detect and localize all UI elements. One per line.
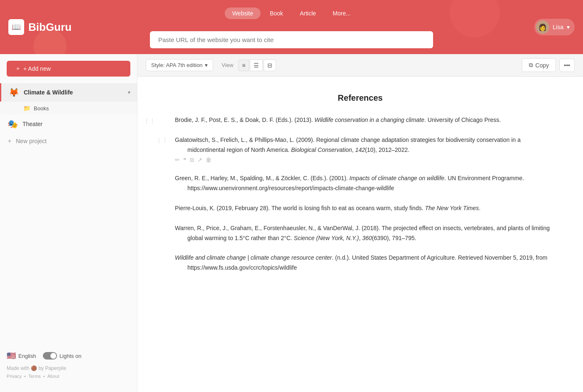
dot-separator-1: • [24, 374, 26, 379]
entry-action-bar: ✏ ❝ ⧉ ↗ 🗑 [175, 156, 558, 164]
reference-entry: Pierre-Louis, K. (2019, February 28). Th… [175, 203, 558, 213]
language-button[interactable]: 🇺🇸 English [7, 351, 36, 360]
sidebar: ＋ + Add new 🦊 Climate & Wildlife ▾ 📁 Boo… [0, 54, 137, 392]
made-with-text: Made with 🟤 by Paperpile [7, 365, 130, 371]
toolbar-right: ⧉ Copy ••• [522, 58, 575, 72]
view-indent-button[interactable]: ☰ [250, 60, 263, 71]
tab-website[interactable]: Website [225, 7, 261, 19]
copy-label: Copy [536, 62, 549, 69]
chevron-down-icon: ▾ [128, 89, 130, 95]
sidebar-item-theater[interactable]: 🎭 Theater [0, 115, 137, 133]
content-area: Style: APA 7th edition ▾ View ≡ ☰ ⊟ ⧉ Co… [137, 54, 583, 392]
logo-text: BibGuru [28, 21, 72, 34]
add-new-button[interactable]: ＋ + Add new [7, 61, 130, 77]
top-nav: Website Book Article More... [225, 7, 359, 19]
new-project-label: New project [16, 138, 47, 144]
new-project-button[interactable]: ＋ New project [0, 133, 137, 149]
privacy-link[interactable]: Privacy [7, 374, 22, 379]
chevron-down-icon: ▾ [567, 24, 570, 30]
logo[interactable]: 📖 BibGuru [8, 19, 72, 35]
user-name: Lisa [553, 24, 563, 30]
lights-on-label: Lights on [60, 353, 82, 359]
about-link[interactable]: About [47, 374, 60, 379]
sidebar-item-climate-wildlife[interactable]: 🦊 Climate & Wildlife ▾ [0, 83, 137, 102]
reference-entry: Wildlife and climate change | climate ch… [175, 253, 558, 273]
plus-icon: ＋ [15, 65, 21, 72]
chevron-down-icon: ▾ [205, 62, 208, 68]
copy-button[interactable]: ⧉ Copy [522, 58, 556, 72]
references-title: References [162, 93, 558, 103]
external-link-icon[interactable]: ↗ [197, 156, 202, 164]
references-panel: References ⋮⋮ Brodie, J. F., Post, E. S.… [137, 77, 583, 392]
reference-entry: Warren, R., Price, J., Graham, E., Forst… [175, 223, 558, 243]
sidebar-footer: 🇺🇸 English Lights on Made with 🟤 by Pape… [0, 345, 137, 385]
toolbar: Style: APA 7th edition ▾ View ≡ ☰ ⊟ ⧉ Co… [137, 54, 583, 77]
drag-handle[interactable]: ⋮⋮ [156, 137, 168, 144]
search-input[interactable] [150, 31, 433, 48]
sidebar-subitem-books[interactable]: 📁 Books [0, 102, 137, 115]
user-menu[interactable]: 👩 Lisa ▾ [534, 19, 575, 35]
language-label: English [18, 353, 36, 359]
avatar: 👩 [536, 20, 549, 34]
more-options-button[interactable]: ••• [559, 59, 575, 72]
style-selector[interactable]: Style: APA 7th edition ▾ [146, 59, 213, 71]
project-emoji-theater: 🎭 [7, 119, 18, 129]
style-label: Style: APA 7th edition [151, 62, 202, 68]
new-project-plus-icon: ＋ [7, 137, 12, 145]
folder-icon: 📁 [23, 105, 30, 112]
tab-more[interactable]: More... [325, 7, 359, 19]
project-name-theater: Theater [22, 121, 130, 127]
main-layout: ＋ + Add new 🦊 Climate & Wildlife ▾ 📁 Boo… [0, 54, 583, 392]
reference-entry: Green, R. E., Harley, M., Spalding, M., … [175, 174, 558, 194]
lights-toggle[interactable]: Lights on [43, 352, 82, 360]
view-buttons: ≡ ☰ ⊟ [238, 60, 276, 71]
project-emoji-climate: 🦊 [8, 87, 20, 97]
footer-links: Privacy • Terms • About [7, 374, 130, 379]
reference-entry-with-actions: ⋮⋮ Galatowitsch, S., Frelich, L., & Phil… [162, 135, 558, 164]
quote-icon[interactable]: ❝ [183, 156, 187, 164]
flag-icon: 🇺🇸 [7, 351, 16, 360]
copy-icon: ⧉ [529, 62, 533, 69]
project-name-climate: Climate & Wildlife [24, 89, 124, 96]
edit-icon[interactable]: ✏ [175, 156, 180, 164]
bg-decoration-1 [443, 0, 507, 45]
tab-article[interactable]: Article [292, 7, 324, 19]
dot-separator-2: • [43, 374, 45, 379]
header: 📖 BibGuru Website Book Article More... 👩… [0, 0, 583, 54]
add-new-label: + Add new [23, 65, 51, 72]
toggle-thumb [50, 353, 56, 359]
sub-item-books-label: Books [34, 105, 49, 112]
view-compact-button[interactable]: ⊟ [264, 60, 276, 71]
reference-text: Galatowitsch, S., Frelich, L., & Phillip… [175, 135, 558, 155]
terms-link[interactable]: Terms [28, 374, 41, 379]
paperpile-logo: 🟤 [31, 365, 38, 371]
tab-book[interactable]: Book [262, 7, 291, 19]
view-label: View [222, 62, 233, 68]
footer-controls: 🇺🇸 English Lights on [7, 351, 130, 360]
search-bar-container [150, 31, 433, 48]
delete-icon[interactable]: 🗑 [206, 156, 212, 164]
toggle-track [43, 352, 57, 360]
duplicate-icon[interactable]: ⧉ [190, 156, 194, 164]
logo-icon: 📖 [8, 19, 24, 35]
reference-entry: ⋮⋮ Brodie, J. F., Post, E. S., & Doak, D… [175, 115, 558, 125]
view-list-button[interactable]: ≡ [238, 60, 249, 71]
